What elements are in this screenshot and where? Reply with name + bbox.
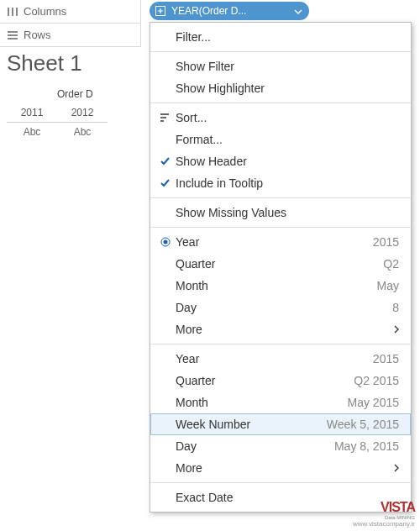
menu-item-label: Year — [176, 235, 199, 249]
columns-label: Columns — [24, 5, 66, 18]
menu-item-value: 2015 — [373, 235, 399, 249]
year-header-row: 2011 2012 — [7, 103, 108, 123]
menu-item-format[interactable]: Format... — [150, 129, 411, 150]
menu-item-quarter[interactable]: QuarterQ2 — [150, 253, 411, 275]
menu-item-include-in-tooltip[interactable]: Include in Tooltip — [150, 172, 411, 194]
plus-icon — [155, 5, 166, 17]
placeholder-row: Abc Abc — [7, 123, 108, 141]
chevron-right-icon — [394, 323, 399, 336]
menu-item-label: Show Missing Values — [176, 206, 286, 219]
data-placeholder: Abc — [7, 123, 57, 141]
menu-separator — [150, 227, 411, 228]
menu-item-value: Q2 2015 — [354, 374, 399, 387]
menu-item-value: May 8, 2015 — [334, 439, 399, 453]
menu-item-label: Day — [176, 301, 197, 314]
menu-item-filter[interactable]: Filter... — [150, 26, 411, 48]
menu-separator — [150, 197, 411, 198]
menu-item-sort[interactable]: Sort... — [150, 107, 411, 129]
menu-item-quarter[interactable]: QuarterQ2 2015 — [150, 370, 411, 392]
menu-item-value: 8 — [392, 301, 399, 314]
sort-icon — [155, 113, 176, 123]
menu-item-label: Quarter — [176, 374, 215, 387]
rows-shelf[interactable]: Rows — [0, 24, 140, 47]
rows-label: Rows — [24, 29, 51, 41]
menu-item-week-number[interactable]: Week NumberWeek 5, 2015 — [150, 413, 411, 435]
menu-item-label: Include in Tooltip — [176, 176, 263, 190]
menu-item-label: Show Highlighter — [176, 81, 265, 95]
svg-rect-8 — [160, 117, 166, 118]
menu-item-label: Month — [176, 279, 208, 292]
menu-item-value: Week 5, 2015 — [327, 418, 399, 431]
menu-item-label: Format... — [176, 133, 223, 146]
data-placeholder: Abc — [57, 123, 108, 141]
menu-item-show-missing-values[interactable]: Show Missing Values — [150, 202, 411, 223]
menu-item-label: More — [176, 323, 202, 336]
field-header: Order D — [7, 88, 108, 100]
menu-item-show-highlighter[interactable]: Show Highlighter — [150, 77, 411, 99]
menu-item-label: Exact Date — [176, 491, 233, 504]
watermark: VISTA Data MINING www.vistacompany.ir — [353, 500, 415, 528]
year-header[interactable]: 2011 — [7, 103, 57, 123]
menu-item-more[interactable]: More — [150, 318, 411, 340]
pill-context-menu: Filter...Show FilterShow HighlighterSort… — [150, 22, 412, 513]
menu-item-label: Day — [176, 439, 197, 453]
menu-item-label: Quarter — [176, 257, 215, 271]
columns-shelf[interactable]: Columns — [0, 0, 140, 24]
sheet-title: Sheet 1 — [7, 50, 108, 76]
svg-rect-9 — [160, 120, 164, 122]
svg-rect-5 — [8, 38, 18, 39]
svg-rect-1 — [12, 8, 13, 16]
menu-item-value: 2015 — [373, 352, 399, 365]
menu-item-day[interactable]: DayMay 8, 2015 — [150, 435, 411, 457]
menu-item-label: Show Filter — [176, 60, 234, 73]
menu-item-value: Q2 — [383, 257, 399, 271]
worksheet-view: Sheet 1 Order D 2011 2012 Abc Abc — [7, 50, 108, 141]
shelves-panel: Columns Rows — [0, 0, 141, 47]
svg-rect-3 — [8, 31, 18, 33]
menu-separator — [150, 51, 411, 52]
menu-item-show-header[interactable]: Show Header — [150, 150, 411, 172]
check-icon — [155, 177, 176, 189]
menu-separator — [150, 344, 411, 344]
caret-down-icon — [294, 5, 302, 17]
menu-item-month[interactable]: MonthMay — [150, 275, 411, 297]
rows-icon — [7, 30, 18, 40]
menu-item-label: More — [176, 461, 202, 475]
menu-item-year[interactable]: Year2015 — [150, 231, 411, 253]
svg-point-11 — [164, 240, 168, 244]
svg-rect-2 — [16, 8, 18, 16]
menu-item-year[interactable]: Year2015 — [150, 348, 411, 370]
columns-icon — [7, 7, 18, 17]
menu-item-label: Year — [176, 352, 199, 365]
menu-item-value: May — [377, 279, 399, 292]
radio-icon — [155, 237, 176, 247]
menu-separator — [150, 103, 411, 103]
check-icon — [155, 155, 176, 167]
year-header[interactable]: 2012 — [57, 103, 108, 123]
pill-label: YEAR(Order D... — [171, 5, 246, 17]
menu-item-label: Show Header — [176, 155, 247, 168]
field-pill-year-orderdate[interactable]: YEAR(Order D... — [150, 2, 309, 20]
svg-rect-0 — [8, 8, 9, 16]
menu-item-month[interactable]: MonthMay 2015 — [150, 392, 411, 413]
menu-item-show-filter[interactable]: Show Filter — [150, 55, 411, 77]
svg-rect-4 — [8, 34, 18, 36]
svg-rect-7 — [160, 113, 169, 115]
menu-item-label: Sort... — [176, 111, 207, 124]
watermark-url: www.vistacompany.ir — [353, 520, 415, 528]
watermark-logo: VISTA — [353, 500, 415, 515]
menu-item-label: Filter... — [176, 30, 211, 44]
menu-item-label: Week Number — [176, 418, 250, 431]
menu-item-more[interactable]: More — [150, 457, 411, 479]
chevron-right-icon — [394, 461, 399, 475]
menu-item-value: May 2015 — [348, 396, 399, 409]
menu-item-day[interactable]: Day8 — [150, 297, 411, 318]
menu-item-label: Month — [176, 396, 208, 409]
menu-separator — [150, 482, 411, 483]
